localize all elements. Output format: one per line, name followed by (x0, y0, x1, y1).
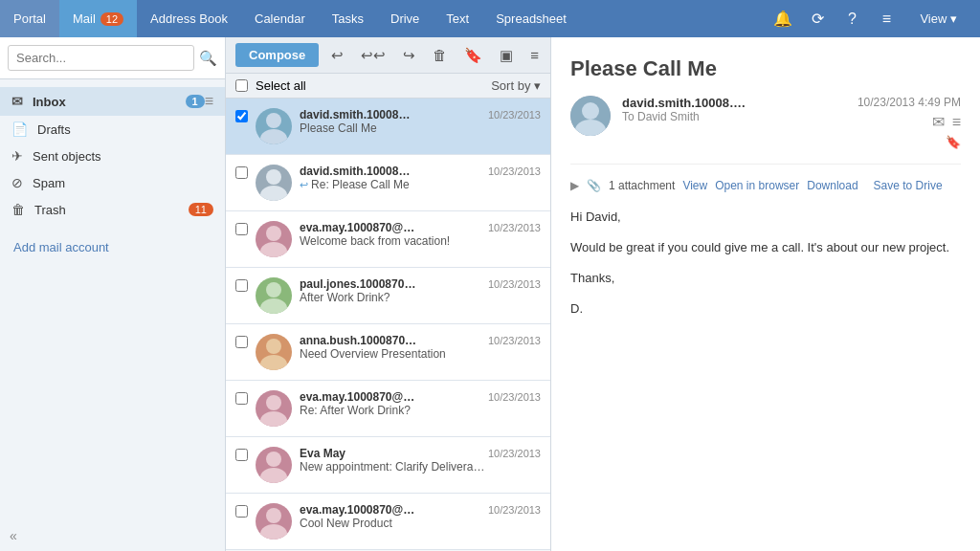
nav-spreadsheet[interactable]: Spreadsheet (482, 0, 580, 37)
email-item-3[interactable]: eva.may.1000870@… 10/23/2013 Welcome bac… (226, 211, 550, 268)
email-checkbox-1[interactable] (235, 110, 248, 122)
help-icon[interactable]: ? (837, 5, 866, 33)
save-to-drive-button[interactable]: Save to Drive (874, 179, 943, 192)
reader-sender-avatar (570, 96, 611, 136)
email-subject-7: New appointment: Clarify Delivera… (300, 460, 541, 474)
email-item-4[interactable]: paul.jones.1000870… 10/23/2013 After Wor… (226, 268, 550, 324)
sidebar-item-sent[interactable]: ✈ Sent objects (0, 143, 225, 169)
avatar-7 (256, 447, 292, 483)
email-subject-5: Need Overview Presentation (300, 347, 541, 361)
reader-from: david.smith.10008…. (622, 96, 858, 110)
email-item-6[interactable]: eva.may.1000870@… 10/23/2013 Re: After W… (226, 381, 550, 437)
reply-button[interactable]: ↩ (326, 44, 348, 67)
email-envelope-icon[interactable]: ✉ (932, 113, 945, 131)
reader-sender-info: david.smith.10008…. To David Smith (622, 96, 858, 123)
email-checkbox-7[interactable] (235, 449, 248, 461)
email-date-4: 10/23/2013 (488, 278, 541, 290)
top-nav: Portal Mail 12 Address Book Calendar Tas… (0, 0, 980, 37)
trash-label: Trash (34, 203, 189, 217)
view-button[interactable]: View ▾ (906, 11, 970, 26)
avatar-4 (256, 277, 292, 314)
nav-tasks[interactable]: Tasks (319, 0, 377, 37)
body-line-2: Would be great if you could give me a ca… (570, 237, 961, 258)
paperclip-icon: 📎 (587, 179, 601, 192)
body-line-4: D. (570, 298, 961, 320)
attachment-view-button[interactable]: View (682, 179, 707, 192)
search-input[interactable] (8, 45, 194, 71)
flag-button[interactable]: 🔖 (459, 44, 487, 67)
email-item-8[interactable]: eva.may.1000870@… 10/23/2013 Cool New Pr… (226, 494, 550, 550)
delete-button[interactable]: 🗑 (428, 44, 452, 66)
svg-point-12 (266, 452, 281, 467)
select-sort-bar: Select all Sort by ▾ (226, 74, 550, 99)
sidebar-item-spam[interactable]: ⊘ Spam (0, 169, 225, 196)
reply-all-button[interactable]: ↩↩ (356, 44, 390, 67)
avatar-3 (256, 221, 292, 257)
reader-to: To David Smith (622, 110, 858, 123)
attachment-download-button[interactable]: Download (807, 179, 858, 192)
sort-label: Sort by ▾ (491, 78, 541, 93)
reader-action-buttons: ✉ ≡ (932, 113, 961, 131)
inbox-label: Inbox (33, 95, 186, 109)
nav-mail[interactable]: Mail 12 (59, 0, 137, 37)
email-item-1[interactable]: david.smith.10008… 10/23/2013 Please Cal… (226, 99, 550, 155)
nav-mail-label: Mail (73, 11, 96, 26)
more-actions-button[interactable]: ≡ (525, 44, 544, 66)
sent-label: Sent objects (33, 149, 213, 164)
sidebar-item-inbox[interactable]: ✉ Inbox 1 ≡ (0, 87, 225, 116)
reader-body: Hi David, Would be great if you could gi… (570, 207, 961, 329)
email-checkbox-8[interactable] (235, 505, 248, 518)
svg-point-0 (266, 113, 281, 128)
search-button[interactable]: 🔍 (199, 50, 217, 67)
email-item-2[interactable]: david.smith.10008… 10/23/2013 ↩ Re: Plea… (226, 155, 550, 211)
add-mail-account-button[interactable]: Add mail account (0, 231, 225, 264)
email-checkbox-4[interactable] (235, 279, 248, 292)
folder-list: ✉ Inbox 1 ≡ 📄 Drafts ✈ Sent objects ⊘ Sp… (0, 79, 225, 231)
refresh-icon[interactable]: ⟳ (803, 5, 832, 33)
email-body-4: paul.jones.1000870… 10/23/2013 After Wor… (300, 277, 541, 304)
email-item-7[interactable]: Eva May 10/23/2013 New appointment: Clar… (226, 437, 550, 494)
email-from-6: eva.may.1000870@… (300, 390, 414, 404)
svg-point-3 (260, 186, 287, 201)
sort-button[interactable]: Sort by ▾ (491, 78, 541, 93)
sidebar-item-trash[interactable]: 🗑 Trash 11 (0, 196, 225, 223)
select-all-label: Select all (256, 78, 306, 93)
email-body-7: Eva May 10/23/2013 New appointment: Clar… (300, 447, 541, 474)
inbox-menu-icon[interactable]: ≡ (205, 93, 213, 110)
nav-drive[interactable]: Drive (377, 0, 433, 37)
select-all-checkbox[interactable] (235, 79, 248, 92)
email-more-button[interactable]: ≡ (952, 114, 961, 131)
nav-calendar[interactable]: Calendar (241, 0, 319, 37)
nav-portal[interactable]: Portal (0, 0, 59, 37)
bookmark-button[interactable]: 🔖 (946, 135, 961, 149)
email-checkbox-2[interactable] (235, 166, 248, 179)
email-item-5[interactable]: anna.bush.1000870… 10/23/2013 Need Overv… (226, 324, 550, 381)
email-toolbar: Compose ↩ ↩↩ ↪ 🗑 🔖 ▣ ≡ (226, 37, 550, 74)
sidebar-item-drafts[interactable]: 📄 Drafts (0, 116, 225, 143)
email-checkbox-3[interactable] (235, 223, 248, 235)
forward-button[interactable]: ↪ (398, 44, 420, 67)
email-date-6: 10/23/2013 (488, 391, 541, 403)
email-from-4: paul.jones.1000870… (300, 277, 415, 291)
email-subject-4: After Work Drink? (300, 291, 541, 304)
sent-icon: ✈ (11, 148, 23, 164)
email-body-5: anna.bush.1000870… 10/23/2013 Need Overv… (300, 334, 541, 361)
email-date-5: 10/23/2013 (488, 335, 541, 346)
email-date-7: 10/23/2013 (488, 448, 541, 459)
reader-date: 10/23/2013 4:49 PM (858, 96, 961, 109)
archive-button[interactable]: ▣ (495, 44, 518, 67)
email-checkbox-6[interactable] (235, 392, 248, 405)
expand-attachment-icon[interactable]: ▶ (570, 179, 579, 192)
menu-icon[interactable]: ≡ (872, 5, 901, 33)
nav-addressbook[interactable]: Address Book (137, 0, 241, 37)
svg-point-15 (260, 524, 287, 540)
email-checkbox-5[interactable] (235, 336, 248, 348)
email-reader-panel: Please Call Me david.smith.10008…. To Da… (551, 37, 980, 551)
attachment-open-browser-button[interactable]: Open in browser (715, 179, 799, 192)
sidebar-collapse-button[interactable]: « (0, 520, 225, 551)
svg-point-14 (266, 508, 281, 523)
main-layout: 🔍 ✉ Inbox 1 ≡ 📄 Drafts ✈ Sent objects (0, 37, 980, 551)
compose-button[interactable]: Compose (235, 43, 319, 67)
nav-text[interactable]: Text (433, 0, 482, 37)
notification-icon[interactable]: 🔔 (768, 5, 797, 33)
